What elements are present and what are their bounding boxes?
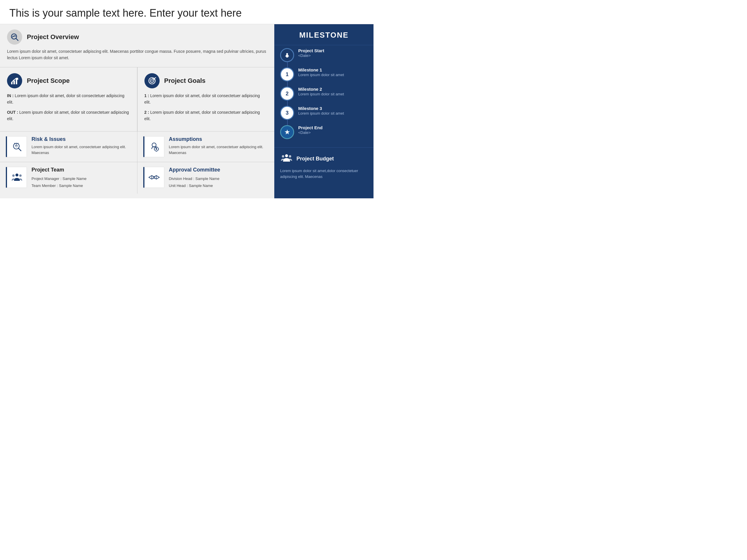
goals-icon-circle: [145, 73, 160, 88]
team-body: Project Manager : Sample Name Team Membe…: [31, 175, 87, 189]
committee-section: Approval Committee Division Head : Sampl…: [137, 162, 275, 194]
milestone-circle-2: 2: [280, 87, 294, 101]
page-title: This is your sample text here. Enter you…: [0, 0, 374, 24]
scope-content: IN : Lorem ipsum dolor sit amet, dolor s…: [7, 92, 130, 122]
milestone-text-2: Milestone 2 Lorem ipsum dolor sit amet: [298, 87, 344, 97]
team-row1: Project Manager : Sample Name: [31, 175, 87, 182]
assumptions-icon-box: [143, 136, 164, 157]
chart-icon: [10, 76, 19, 85]
svg-point-28: [286, 53, 288, 55]
left-panel: Project Overview Lorem ipsum dolor sit a…: [0, 24, 274, 198]
milestone-text-end: Project End <Date>: [298, 125, 323, 135]
committee-row2: Unit Head : Sample Name: [169, 182, 220, 189]
milestone-item-start: Project Start <Date>: [280, 48, 368, 62]
scope-header: Project Scope: [7, 73, 130, 88]
goals-item1-value: Lorem ipsum dolor sit amet, dolor sit co…: [145, 93, 260, 104]
budget-header: Project Budget: [280, 152, 368, 165]
milestone-number-3: 3: [286, 110, 289, 116]
scope-out-label: OUT :: [7, 110, 18, 115]
milestone-item-2: 2 Milestone 2 Lorem ipsum dolor sit amet: [280, 87, 368, 101]
budget-title: Project Budget: [297, 156, 334, 162]
handshake-icon: [148, 171, 160, 184]
target-icon: [148, 76, 156, 85]
scope-out-value: Lorem ipsum dolor sit amet, dolor sit co…: [7, 110, 129, 121]
milestone-item-3: 3 Milestone 3 Lorem ipsum dolor sit amet: [280, 106, 368, 120]
project-scope-section: Project Scope IN : Lorem ipsum dolor sit…: [0, 68, 137, 132]
team-title: Project Team: [31, 167, 87, 173]
search-chart-icon: [10, 33, 19, 42]
svg-line-1: [16, 38, 18, 41]
milestone-text-start: Project Start <Date>: [298, 48, 324, 58]
scope-in-label: IN :: [7, 93, 14, 98]
committee-icon-box: [143, 167, 164, 188]
bug-search-icon: [10, 140, 23, 153]
scope-goals-row: Project Scope IN : Lorem ipsum dolor sit…: [0, 68, 274, 132]
ms-body-1: Lorem ipsum dolor sit amet: [298, 72, 344, 78]
head-gear-icon: [148, 140, 160, 153]
goals-item2-value: Lorem ipsum dolor sit amet, dolor sit co…: [145, 110, 260, 121]
risk-assumptions-row: Risk & Issues Lorem ipsum dolor sit amet…: [0, 132, 274, 162]
milestone-circle-1: 1: [280, 68, 294, 81]
star-icon: ★: [284, 129, 290, 136]
committee-row1: Division Head : Sample Name: [169, 175, 220, 182]
project-goals-section: Project Goals 1 : Lorem ipsum dolor sit …: [137, 68, 275, 132]
svg-rect-4: [16, 79, 17, 84]
assumptions-text-area: Assumptions Lorem ipsum dolor sit amet, …: [169, 136, 269, 156]
goals-item1-label: 1 :: [145, 93, 149, 98]
milestone-text-3: Milestone 3 Lorem ipsum dolor sit amet: [298, 106, 344, 116]
svg-point-24: [16, 174, 18, 177]
svg-point-7: [151, 80, 153, 81]
team-section: Project Team Project Manager : Sample Na…: [0, 162, 137, 194]
svg-point-30: [282, 155, 284, 158]
svg-point-31: [289, 155, 291, 158]
milestone-item-1: 1 Milestone 1 Lorem ipsum dolor sit amet: [280, 68, 368, 81]
svg-point-17: [152, 143, 156, 147]
scope-in-value: Lorem ipsum dolor sit amet, dolor sit co…: [7, 93, 124, 104]
ms-title-2: Milestone 2: [298, 87, 344, 91]
risk-body: Lorem ipsum dolor sit amet, consectetuer…: [31, 144, 131, 156]
milestone-number-1: 1: [286, 72, 289, 78]
team-text-area: Project Team Project Manager : Sample Na…: [31, 167, 87, 189]
goals-title: Project Goals: [164, 77, 206, 85]
risk-icon-box: [6, 136, 27, 157]
milestone-header: MILESTONE: [274, 24, 374, 45]
assumptions-body: Lorem ipsum dolor sit amet, consectetuer…: [169, 144, 269, 156]
risk-text-area: Risk & Issues Lorem ipsum dolor sit amet…: [31, 136, 131, 156]
ms-title-1: Milestone 1: [298, 68, 344, 72]
risk-title: Risk & Issues: [31, 136, 131, 142]
milestone-item-end: ★ Project End <Date>: [280, 125, 368, 139]
ms-title-end: Project End: [298, 125, 323, 130]
assumptions-section: Assumptions Lorem ipsum dolor sit amet, …: [137, 132, 275, 162]
committee-title: Approval Committee: [169, 167, 220, 173]
milestone-circle-start: [280, 48, 294, 62]
team-icon-box: [6, 167, 27, 188]
people-budget-icon: [280, 152, 293, 165]
assumptions-title: Assumptions: [169, 136, 269, 142]
overview-icon-circle: [7, 29, 22, 45]
overview-title: Project Overview: [27, 33, 79, 41]
goals-item1: 1 : Lorem ipsum dolor sit amet, dolor si…: [145, 92, 267, 106]
svg-point-29: [285, 154, 288, 157]
scope-icon-circle: [7, 73, 22, 88]
committee-body: Division Head : Sample Name Unit Head : …: [169, 175, 220, 189]
milestone-text-1: Milestone 1 Lorem ipsum dolor sit amet: [298, 68, 344, 78]
ms-body-2: Lorem ipsum dolor sit amet: [298, 91, 344, 97]
goals-header: Project Goals: [145, 73, 267, 88]
ms-body-3: Lorem ipsum dolor sit amet: [298, 111, 344, 116]
team-committee-row: Project Team Project Manager : Sample Na…: [0, 162, 274, 198]
svg-point-19: [156, 149, 157, 150]
svg-point-26: [19, 175, 22, 177]
svg-point-25: [12, 175, 15, 177]
right-panel: MILESTONE Project Start <Date>: [274, 24, 374, 198]
goals-content: 1 : Lorem ipsum dolor sit amet, dolor si…: [145, 92, 267, 122]
goals-item2: 2 : Lorem ipsum dolor sit amet, dolor si…: [145, 109, 267, 122]
overview-header: Project Overview: [7, 29, 267, 45]
scope-title: Project Scope: [27, 77, 70, 85]
milestone-title: MILESTONE: [280, 31, 368, 40]
svg-point-27: [153, 176, 155, 179]
milestone-circle-end: ★: [280, 125, 294, 139]
svg-line-8: [154, 78, 156, 78]
svg-line-12: [18, 148, 21, 151]
ms-body-start: <Date>: [298, 53, 324, 58]
ms-title-3: Milestone 3: [298, 106, 344, 111]
